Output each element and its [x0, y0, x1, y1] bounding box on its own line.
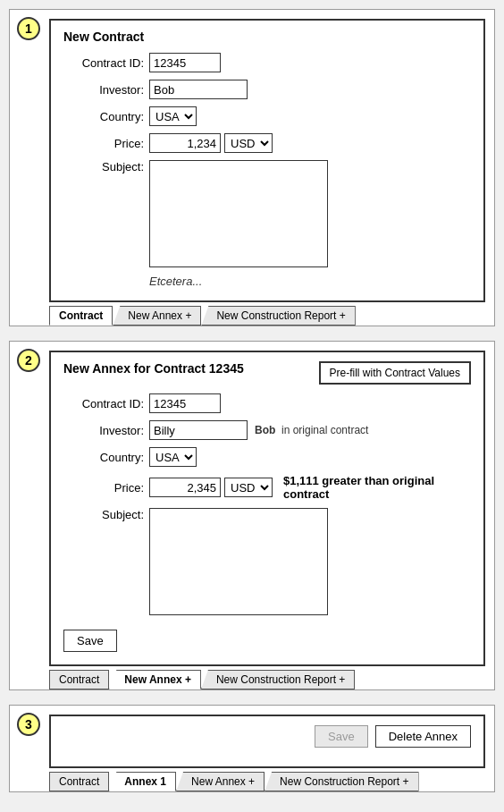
contract-id-input[interactable]	[149, 53, 221, 72]
section-3: 3 Save Delete Annex Contract Annex 1 New…	[9, 705, 495, 792]
tab-contract-3[interactable]: Contract	[49, 772, 109, 791]
prefill-button[interactable]: Pre-fill with Contract Values	[319, 361, 472, 385]
investor-hint: Bob in original contract	[255, 424, 368, 436]
tab-new-construction-3[interactable]: New Construction Report +	[265, 772, 418, 791]
tab-contract-1[interactable]: Contract	[49, 306, 113, 326]
country-label: Country:	[63, 110, 144, 123]
contract-id-row: Contract ID:	[63, 53, 471, 72]
investor-label: Investor:	[63, 83, 144, 97]
subject-row-2: Subject:	[63, 508, 471, 615]
investor-label-2: Investor:	[63, 424, 144, 437]
price-label: Price:	[63, 137, 144, 150]
step-badge-2: 2	[17, 349, 40, 372]
etcetera-text: Etcetera...	[149, 275, 471, 288]
investor-row-2: Investor: Bob in original contract	[63, 420, 471, 440]
section1-tabs: Contract New Annex + New Construction Re…	[10, 302, 494, 326]
subject-textarea-2[interactable]	[149, 508, 328, 615]
tab-annex1-3[interactable]: Annex 1	[109, 772, 176, 791]
tab-new-annex-1[interactable]: New Annex +	[113, 306, 201, 326]
price-row: Price: USD EUR GBP	[63, 133, 471, 153]
subject-label: Subject:	[63, 160, 144, 173]
tab-new-annex-3[interactable]: New Annex +	[176, 772, 265, 791]
tab-new-construction-2[interactable]: New Construction Report +	[201, 670, 355, 689]
currency-select-2[interactable]: USD EUR GBP	[224, 478, 273, 497]
country-select-2[interactable]: USA UK DE	[149, 447, 197, 467]
section2-tabs: Contract New Annex + New Construction Re…	[10, 666, 494, 689]
save-button-3-disabled: Save	[315, 725, 368, 748]
contract-id-row-2: Contract ID:	[63, 393, 471, 413]
investor-input-2[interactable]	[149, 420, 248, 440]
contract-id-input-2[interactable]	[149, 393, 221, 413]
step-badge-1: 1	[17, 17, 40, 40]
price-input[interactable]	[149, 133, 221, 153]
section1-title: New Contract	[63, 30, 471, 44]
save-button-2[interactable]: Save	[63, 630, 117, 652]
price-diff-text: $1,111 greater than original contract	[283, 474, 471, 501]
new-annex-form: New Annex for Contract 12345 Pre-fill wi…	[49, 351, 485, 666]
section-1: 1 New Contract Contract ID: Investor: Co…	[9, 9, 495, 326]
investor-input[interactable]	[149, 80, 248, 99]
country-row: Country: USA UK DE	[63, 106, 471, 126]
subject-row: Subject:	[63, 160, 471, 267]
investor-hint-suffix: in original contract	[281, 424, 368, 436]
subject-label-2: Subject:	[63, 508, 144, 521]
country-label-2: Country:	[63, 451, 144, 464]
tab-new-construction-1[interactable]: New Construction Report +	[201, 306, 355, 326]
tab-contract-2[interactable]: Contract	[49, 670, 109, 689]
section2-title: New Annex for Contract 12345	[63, 361, 244, 376]
section2-title-row: New Annex for Contract 12345 Pre-fill wi…	[63, 361, 471, 385]
currency-select[interactable]: USD EUR GBP	[224, 133, 273, 153]
investor-original-value: Bob	[255, 424, 275, 436]
investor-row: Investor:	[63, 80, 471, 99]
price-group-2: USD EUR GBP $1,111 greater than original…	[149, 474, 471, 501]
country-select[interactable]: USA UK DE	[149, 106, 197, 126]
price-row-2: Price: USD EUR GBP $1,111 greater than o…	[63, 474, 471, 501]
delete-annex-button[interactable]: Delete Annex	[375, 725, 471, 748]
price-diff-bold: $1,111 greater than original contract	[283, 474, 434, 501]
contract-id-label-2: Contract ID:	[63, 397, 144, 410]
tab-new-annex-2[interactable]: New Annex +	[109, 670, 201, 689]
country-row-2: Country: USA UK DE	[63, 447, 471, 467]
step-badge-3: 3	[17, 713, 40, 736]
price-label-2: Price:	[63, 481, 144, 495]
subject-textarea[interactable]	[149, 160, 328, 267]
section3-panel: Save Delete Annex	[49, 715, 485, 768]
section3-tabs: Contract Annex 1 New Annex + New Constru…	[10, 768, 494, 791]
price-group: USD EUR GBP	[149, 133, 273, 153]
price-input-2[interactable]	[149, 478, 221, 497]
new-contract-form: New Contract Contract ID: Investor: Coun…	[49, 19, 485, 302]
contract-id-label: Contract ID:	[63, 56, 144, 70]
section-2: 2 New Annex for Contract 12345 Pre-fill …	[9, 341, 495, 690]
